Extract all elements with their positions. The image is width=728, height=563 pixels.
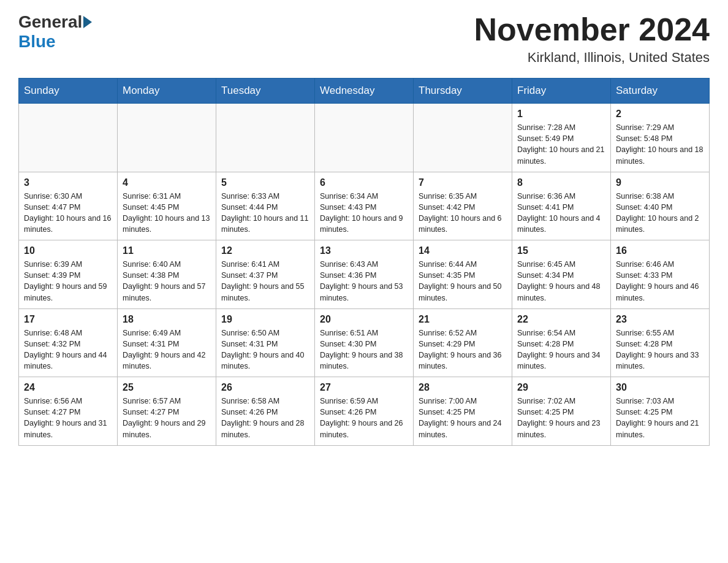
calendar-cell: 28Sunrise: 7:00 AM Sunset: 4:25 PM Dayli… [414,377,512,446]
day-number: 13 [320,245,408,256]
calendar-cell: 18Sunrise: 6:49 AM Sunset: 4:31 PM Dayli… [118,308,216,377]
week-row-2: 3Sunrise: 6:30 AM Sunset: 4:47 PM Daylig… [19,172,710,240]
page-header: General Blue November 2024 Kirkland, Ill… [18,12,710,66]
day-sun-info: Sunrise: 6:35 AM Sunset: 4:42 PM Dayligh… [419,191,507,236]
day-sun-info: Sunrise: 6:31 AM Sunset: 4:45 PM Dayligh… [123,191,211,236]
calendar-cell: 13Sunrise: 6:43 AM Sunset: 4:36 PM Dayli… [315,240,414,309]
calendar-cell: 4Sunrise: 6:31 AM Sunset: 4:45 PM Daylig… [118,172,216,240]
day-number: 6 [320,177,408,188]
day-number: 4 [123,177,211,188]
calendar-cell: 12Sunrise: 6:41 AM Sunset: 4:37 PM Dayli… [216,240,315,309]
calendar-cell: 17Sunrise: 6:48 AM Sunset: 4:32 PM Dayli… [19,308,118,377]
day-sun-info: Sunrise: 6:45 AM Sunset: 4:34 PM Dayligh… [517,259,605,304]
day-sun-info: Sunrise: 6:39 AM Sunset: 4:39 PM Dayligh… [24,259,112,304]
day-sun-info: Sunrise: 6:49 AM Sunset: 4:31 PM Dayligh… [123,327,211,372]
day-number: 22 [517,314,605,325]
day-sun-info: Sunrise: 6:58 AM Sunset: 4:26 PM Dayligh… [221,396,309,440]
day-sun-info: Sunrise: 6:40 AM Sunset: 4:38 PM Dayligh… [123,259,211,304]
day-sun-info: Sunrise: 6:44 AM Sunset: 4:35 PM Dayligh… [419,259,507,304]
day-sun-info: Sunrise: 7:29 AM Sunset: 5:48 PM Dayligh… [616,122,704,167]
day-number: 29 [517,382,605,393]
day-sun-info: Sunrise: 6:48 AM Sunset: 4:32 PM Dayligh… [24,327,112,372]
day-sun-info: Sunrise: 6:33 AM Sunset: 4:44 PM Dayligh… [221,191,309,236]
day-sun-info: Sunrise: 6:30 AM Sunset: 4:47 PM Dayligh… [24,191,112,236]
day-number: 18 [123,314,211,325]
day-number: 15 [517,245,605,256]
logo-blue-text: Blue [18,32,56,52]
calendar-cell: 7Sunrise: 6:35 AM Sunset: 4:42 PM Daylig… [414,172,512,240]
logo: General Blue [18,12,93,52]
day-number: 8 [517,177,605,188]
calendar-table: SundayMondayTuesdayWednesdayThursdayFrid… [18,78,710,446]
day-number: 26 [221,382,309,393]
day-number: 30 [616,382,704,393]
day-number: 28 [419,382,507,393]
day-sun-info: Sunrise: 6:46 AM Sunset: 4:33 PM Dayligh… [616,259,704,304]
day-number: 1 [517,109,605,120]
day-number: 2 [616,109,704,120]
month-year-title: November 2024 [474,12,710,47]
day-number: 25 [123,382,211,393]
col-header-saturday: Saturday [611,79,710,104]
col-header-sunday: Sunday [19,79,118,104]
col-header-tuesday: Tuesday [216,79,315,104]
calendar-cell: 22Sunrise: 6:54 AM Sunset: 4:28 PM Dayli… [512,308,611,377]
calendar-cell: 14Sunrise: 6:44 AM Sunset: 4:35 PM Dayli… [414,240,512,309]
day-sun-info: Sunrise: 6:52 AM Sunset: 4:29 PM Dayligh… [419,327,507,372]
week-row-5: 24Sunrise: 6:56 AM Sunset: 4:27 PM Dayli… [19,377,710,446]
calendar-cell: 29Sunrise: 7:02 AM Sunset: 4:25 PM Dayli… [512,377,611,446]
calendar-cell: 20Sunrise: 6:51 AM Sunset: 4:30 PM Dayli… [315,308,414,377]
day-number: 3 [24,177,112,188]
col-header-wednesday: Wednesday [315,79,414,104]
day-number: 21 [419,314,507,325]
calendar-cell: 26Sunrise: 6:58 AM Sunset: 4:26 PM Dayli… [216,377,315,446]
day-number: 23 [616,314,704,325]
day-sun-info: Sunrise: 7:00 AM Sunset: 4:25 PM Dayligh… [419,396,507,440]
day-sun-info: Sunrise: 7:28 AM Sunset: 5:49 PM Dayligh… [517,122,605,167]
col-header-monday: Monday [118,79,216,104]
day-sun-info: Sunrise: 6:51 AM Sunset: 4:30 PM Dayligh… [320,327,408,372]
calendar-cell: 9Sunrise: 6:38 AM Sunset: 4:40 PM Daylig… [611,172,710,240]
calendar-cell: 23Sunrise: 6:55 AM Sunset: 4:28 PM Dayli… [611,308,710,377]
logo-general-text: General [18,12,82,32]
day-sun-info: Sunrise: 6:57 AM Sunset: 4:27 PM Dayligh… [123,396,211,440]
calendar-cell: 2Sunrise: 7:29 AM Sunset: 5:48 PM Daylig… [611,104,710,172]
day-number: 11 [123,245,211,256]
day-number: 5 [221,177,309,188]
week-row-3: 10Sunrise: 6:39 AM Sunset: 4:39 PM Dayli… [19,240,710,309]
calendar-cell: 21Sunrise: 6:52 AM Sunset: 4:29 PM Dayli… [414,308,512,377]
calendar-cell: 15Sunrise: 6:45 AM Sunset: 4:34 PM Dayli… [512,240,611,309]
calendar-cell [315,104,414,172]
day-number: 24 [24,382,112,393]
day-sun-info: Sunrise: 7:03 AM Sunset: 4:25 PM Dayligh… [616,396,704,440]
calendar-cell: 1Sunrise: 7:28 AM Sunset: 5:49 PM Daylig… [512,104,611,172]
calendar-cell: 30Sunrise: 7:03 AM Sunset: 4:25 PM Dayli… [611,377,710,446]
day-sun-info: Sunrise: 6:41 AM Sunset: 4:37 PM Dayligh… [221,259,309,304]
col-header-thursday: Thursday [414,79,512,104]
day-number: 12 [221,245,309,256]
calendar-header-row: SundayMondayTuesdayWednesdayThursdayFrid… [19,79,710,104]
calendar-cell [216,104,315,172]
calendar-cell [414,104,512,172]
day-number: 7 [419,177,507,188]
calendar-cell: 19Sunrise: 6:50 AM Sunset: 4:31 PM Dayli… [216,308,315,377]
day-number: 17 [24,314,112,325]
day-number: 9 [616,177,704,188]
calendar-cell [19,104,118,172]
day-number: 20 [320,314,408,325]
calendar-cell: 6Sunrise: 6:34 AM Sunset: 4:43 PM Daylig… [315,172,414,240]
calendar-cell: 27Sunrise: 6:59 AM Sunset: 4:26 PM Dayli… [315,377,414,446]
day-sun-info: Sunrise: 6:34 AM Sunset: 4:43 PM Dayligh… [320,191,408,236]
location-subtitle: Kirkland, Illinois, United States [474,50,710,66]
week-row-4: 17Sunrise: 6:48 AM Sunset: 4:32 PM Dayli… [19,308,710,377]
day-sun-info: Sunrise: 6:55 AM Sunset: 4:28 PM Dayligh… [616,327,704,372]
day-sun-info: Sunrise: 6:56 AM Sunset: 4:27 PM Dayligh… [24,396,112,440]
col-header-friday: Friday [512,79,611,104]
calendar-cell: 3Sunrise: 6:30 AM Sunset: 4:47 PM Daylig… [19,172,118,240]
calendar-cell: 11Sunrise: 6:40 AM Sunset: 4:38 PM Dayli… [118,240,216,309]
day-number: 14 [419,245,507,256]
week-row-1: 1Sunrise: 7:28 AM Sunset: 5:49 PM Daylig… [19,104,710,172]
day-sun-info: Sunrise: 6:36 AM Sunset: 4:41 PM Dayligh… [517,191,605,236]
calendar-cell: 5Sunrise: 6:33 AM Sunset: 4:44 PM Daylig… [216,172,315,240]
day-sun-info: Sunrise: 6:59 AM Sunset: 4:26 PM Dayligh… [320,396,408,440]
